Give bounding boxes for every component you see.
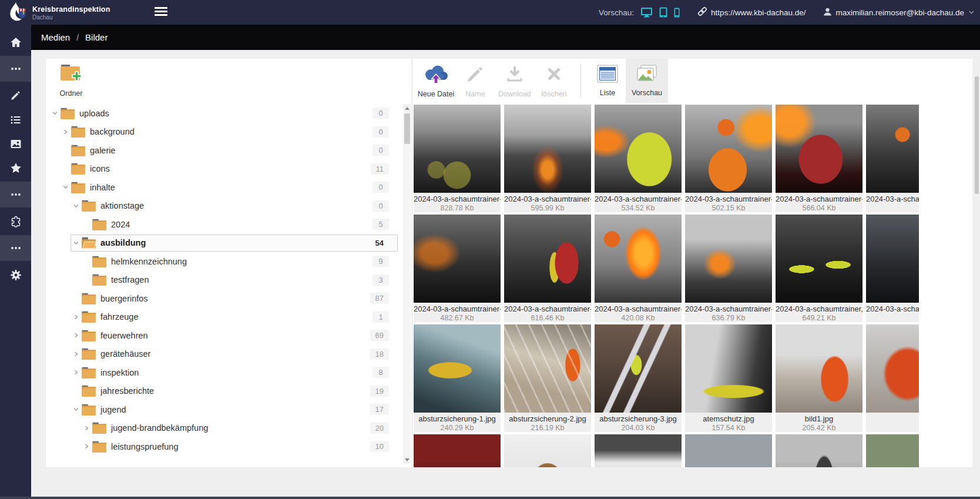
- file-tile-2024-03-a-schaumtrainer-[interactable]: 2024-03-a-schaumtrainer-566.04 Kb: [776, 105, 862, 215]
- image-thumbnail[interactable]: [685, 105, 772, 193]
- image-thumbnail[interactable]: [504, 324, 591, 413]
- tree-item-jahresberichte[interactable]: jahresberichte19: [46, 382, 402, 401]
- image-thumbnail[interactable]: [776, 434, 862, 467]
- breadcrumb-medien[interactable]: Medien: [41, 32, 70, 42]
- tree-item-jugend-brandbekämpfung[interactable]: jugend-brandbekämpfung20: [46, 419, 402, 438]
- file-tile-2024-03-a-schaumtrainer-[interactable]: 2024-03-a-schaumtrainer-616.46 Kb: [504, 215, 591, 324]
- tree-item-fahrzeuge[interactable]: fahrzeuge1: [46, 308, 402, 327]
- page-scrollbar[interactable]: [975, 50, 979, 499]
- sidebar-item-more-2[interactable]: [0, 182, 31, 207]
- file-tile[interactable]: [414, 434, 501, 467]
- menu-toggle-button[interactable]: [155, 7, 167, 18]
- file-tile-2024-03-a-schaumtrainer-[interactable]: 2024-03-a-schaumtrainer-828.78 Kb: [414, 105, 501, 215]
- image-thumbnail[interactable]: [414, 434, 501, 467]
- image-thumbnail[interactable]: [866, 324, 919, 413]
- image-thumbnail[interactable]: [504, 434, 591, 467]
- file-tile[interactable]: [776, 434, 862, 467]
- chevron-right-icon[interactable]: [71, 351, 80, 357]
- tree-item-ausbildung[interactable]: ausbildung54: [46, 234, 402, 253]
- tablet-preview-icon[interactable]: [659, 7, 667, 18]
- list-view-button[interactable]: Liste: [589, 59, 626, 103]
- tree-item-galerie[interactable]: galerie0: [46, 141, 402, 160]
- phone-preview-icon[interactable]: [674, 8, 680, 18]
- chevron-right-icon[interactable]: [61, 129, 70, 135]
- tree-scrollbar[interactable]: [403, 104, 411, 464]
- file-tile[interactable]: [866, 324, 919, 434]
- sidebar-item-lists[interactable]: [0, 108, 31, 132]
- file-tile[interactable]: [595, 434, 682, 467]
- chevron-down-icon[interactable]: [71, 406, 80, 413]
- sidebar-item-more-3[interactable]: [0, 235, 31, 261]
- page-scrollbar-thumb[interactable]: [975, 76, 979, 194]
- tree-item-icons[interactable]: icons11: [46, 160, 402, 179]
- chevron-right-icon[interactable]: [82, 443, 91, 450]
- chevron-right-icon[interactable]: [71, 332, 80, 339]
- image-thumbnail[interactable]: [595, 324, 682, 413]
- sidebar-item-favorites[interactable]: [0, 156, 31, 180]
- sidebar-item-home[interactable]: [0, 30, 31, 54]
- file-tile-2024-03-a-schaumtrainer-[interactable]: 2024-03-a-schaumtrainer-534.52 Kb: [595, 105, 682, 215]
- file-tile-2024-03-a-schaumtrainer,[interactable]: 2024-03-a-schaumtrainer,649.21 Kb: [776, 215, 862, 324]
- chevron-down-icon[interactable]: [61, 184, 70, 190]
- tree-item-helmkennzeichnung[interactable]: helmkennzeichnung9: [46, 252, 402, 271]
- new-folder-button[interactable]: Ordner: [52, 59, 90, 103]
- sidebar-item-media[interactable]: [0, 132, 31, 156]
- tree-item-buergerinfos[interactable]: buergerinfos87: [46, 289, 402, 308]
- chevron-right-icon[interactable]: [71, 314, 80, 320]
- image-thumbnail[interactable]: [776, 105, 862, 193]
- site-link[interactable]: https://www.kbi-dachau.de/: [697, 6, 806, 18]
- tree-item-feuerwehren[interactable]: feuerwehren69: [46, 326, 402, 345]
- tree-item-aktionstage[interactable]: aktionstage0: [46, 197, 402, 216]
- tree-item-background[interactable]: background0: [46, 123, 402, 142]
- file-tile-atemschutz.jpg[interactable]: atemschutz.jpg157.54 Kb: [685, 324, 772, 434]
- sidebar-item-settings[interactable]: [0, 263, 31, 287]
- sidebar-item-edit[interactable]: [0, 83, 31, 108]
- image-thumbnail[interactable]: [866, 434, 919, 467]
- image-thumbnail[interactable]: [776, 324, 862, 413]
- tree-item-uploads[interactable]: uploads0: [46, 104, 402, 123]
- image-thumbnail[interactable]: [504, 105, 591, 193]
- image-thumbnail[interactable]: [595, 434, 682, 467]
- user-menu[interactable]: maximilian.reimoser@kbi-dachau.de: [823, 7, 974, 18]
- scrollbar-thumb[interactable]: [404, 113, 410, 144]
- file-tile-absturzsicherung-2.jpg[interactable]: absturzsicherung-2.jpg216.19 Kb: [504, 324, 591, 434]
- tree-item-leistungspruefung[interactable]: leistungspruefung10: [46, 437, 402, 456]
- file-tile-2024-03-a-schaumtrainer-[interactable]: 2024-03-a-schaumtrainer-: [866, 105, 919, 215]
- scroll-up-arrow[interactable]: [403, 104, 411, 112]
- image-thumbnail[interactable]: [414, 215, 501, 303]
- sidebar-item-extensions[interactable]: [0, 209, 31, 233]
- tree-item-testfragen[interactable]: testfragen3: [46, 271, 402, 290]
- image-thumbnail[interactable]: [776, 215, 862, 303]
- tree-item-inspektion[interactable]: inspektion8: [46, 363, 402, 382]
- tree-item-inhalte[interactable]: inhalte0: [46, 178, 402, 197]
- file-tile-absturzsicherung-3.jpg[interactable]: absturzsicherung-3.jpg204.03 Kb: [595, 324, 682, 434]
- image-thumbnail[interactable]: [595, 215, 682, 303]
- breadcrumb-bilder[interactable]: Bilder: [85, 32, 108, 42]
- image-thumbnail[interactable]: [866, 215, 919, 303]
- image-thumbnail[interactable]: [685, 324, 772, 413]
- file-tile[interactable]: [685, 434, 772, 467]
- image-thumbnail[interactable]: [414, 324, 501, 413]
- image-thumbnail[interactable]: [866, 105, 919, 193]
- scroll-down-arrow[interactable]: [403, 456, 411, 464]
- app-logo[interactable]: Kreisbrandinspektion Dachau: [8, 1, 110, 23]
- chevron-down-icon[interactable]: [71, 240, 80, 246]
- file-tile-2024-03-a-schaumtrainer-[interactable]: 2024-03-a-schaumtrainer-420.08 Kb: [595, 215, 682, 324]
- rename-button[interactable]: Name: [457, 59, 494, 103]
- image-thumbnail[interactable]: [685, 434, 772, 467]
- file-tile-absturzsicherung-1.jpg[interactable]: absturzsicherung-1.jpg240.29 Kb: [414, 324, 501, 434]
- sidebar-item-more-1[interactable]: [0, 56, 31, 82]
- file-tile-2024-03-a-schaumtrainer-[interactable]: 2024-03-a-schaumtrainer-482.67 Kb: [414, 215, 501, 324]
- tree-item-2024[interactable]: 20245: [46, 215, 402, 234]
- chevron-down-icon[interactable]: [71, 203, 80, 209]
- new-file-button[interactable]: Neue Datei: [415, 59, 457, 103]
- file-tile-2024-03-a-schaumtrainer-[interactable]: 2024-03-a-schaumtrainer-502.15 Kb: [685, 105, 772, 215]
- desktop-preview-icon[interactable]: [640, 7, 653, 18]
- delete-button[interactable]: löschen: [536, 59, 572, 103]
- file-tile[interactable]: [504, 434, 591, 467]
- chevron-down-icon[interactable]: [50, 110, 59, 116]
- image-thumbnail[interactable]: [595, 105, 682, 193]
- image-thumbnail[interactable]: [414, 105, 501, 193]
- file-tile-2024-03-a-schaumtrainer-[interactable]: 2024-03-a-schaumtrainer-636.79 Kb: [685, 215, 772, 324]
- chevron-right-icon[interactable]: [71, 369, 80, 376]
